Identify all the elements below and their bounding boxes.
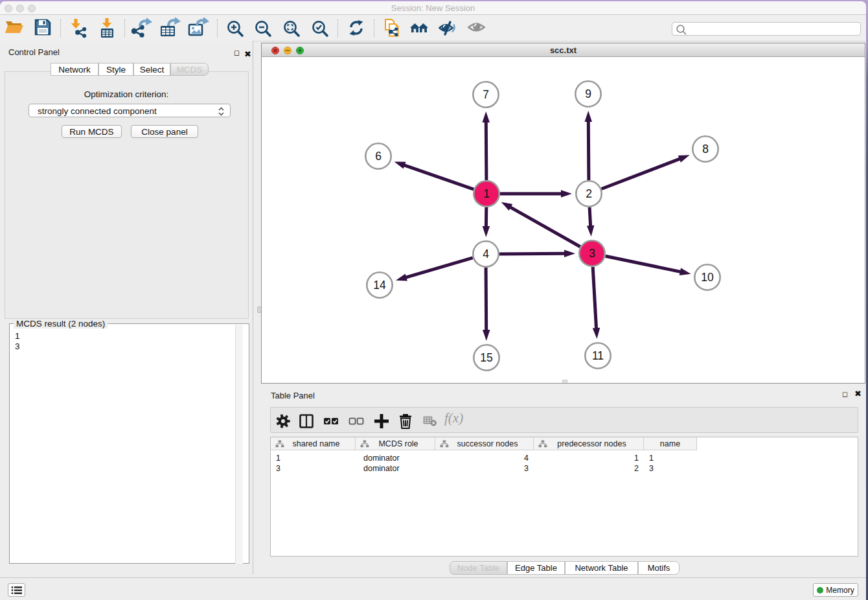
- svg-text:7: 7: [483, 88, 489, 101]
- svg-text:2: 2: [586, 187, 592, 200]
- svg-text:11: 11: [592, 349, 604, 362]
- svg-text:1: 1: [483, 187, 490, 200]
- svg-text:14: 14: [373, 279, 386, 292]
- svg-text:3: 3: [589, 247, 595, 260]
- svg-text:9: 9: [585, 87, 591, 100]
- svg-text:8: 8: [702, 143, 709, 156]
- svg-text:4: 4: [483, 248, 489, 260]
- svg-text:15: 15: [480, 351, 492, 364]
- svg-text:6: 6: [375, 150, 382, 163]
- svg-text:10: 10: [701, 271, 714, 284]
